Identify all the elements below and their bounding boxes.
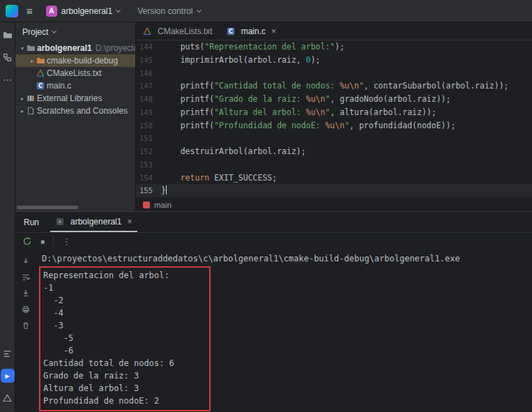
problems-tool-icon[interactable]: [0, 391, 15, 405]
console-line: -6: [43, 344, 205, 357]
console-line: -3: [43, 319, 205, 332]
code-text: printf("Profundidad de nodoE: %u\n", pro…: [161, 119, 455, 132]
chevron-down-icon: [116, 7, 121, 12]
editor-code[interactable]: 144 puts("Representacion del arbol:");14…: [136, 40, 532, 198]
breadcrumb-file-icon: [143, 201, 150, 208]
hamburger-menu-icon[interactable]: ≡: [24, 5, 36, 17]
code-line-148[interactable]: 148 printf("Grado de la raiz: %u\n", gra…: [136, 93, 532, 106]
more-tools-icon[interactable]: ⋯: [0, 73, 15, 86]
strip-bottom-group: ▶: [0, 346, 15, 405]
scroll-to-end-icon[interactable]: [20, 289, 31, 298]
tree-item-label: cmake-build-debug: [47, 56, 118, 66]
line-number: 153: [136, 158, 161, 171]
chevron-right-icon[interactable]: ▸: [28, 58, 36, 64]
chevron-down-icon: [197, 7, 202, 12]
tree-item-label: Scratches and Consoles: [37, 106, 128, 116]
close-tab-icon[interactable]: ×: [127, 217, 132, 227]
code-line-144[interactable]: 144 puts("Representacion del arbol:");: [136, 40, 532, 54]
line-number: 146: [136, 67, 161, 80]
run-tool-window: Run arbolgeneral1 × ■ ⋮: [15, 211, 532, 412]
text-caret: [166, 185, 167, 194]
scratch-icon: [26, 107, 37, 115]
tree-item-cmakelists-txt[interactable]: CMakeLists.txt: [15, 67, 135, 79]
project-panel-title: Project: [22, 27, 48, 37]
code-line-152[interactable]: 152 destruirArbol(arbol.raiz);: [136, 145, 532, 158]
play-icon: ▶: [5, 373, 9, 379]
tab-label: CMakeLists.txt: [158, 26, 213, 36]
workspace: Project ▾arbolgeneral1D:\proyectos\e▸cma…: [15, 22, 532, 412]
chevron-right-icon[interactable]: ▸: [18, 108, 26, 114]
tree-item-label: CMakeLists.txt: [47, 68, 102, 78]
run-config-icon: [56, 218, 66, 226]
vcs-label: Version control: [137, 6, 192, 16]
editor-area: CMakeLists.txt C main.c × 144 puts("Repr…: [136, 22, 532, 211]
line-number: 145: [136, 54, 161, 67]
project-tree: ▾arbolgeneral1D:\proyectos\e▸cmake-build…: [15, 42, 135, 117]
cmake-icon: [36, 69, 47, 77]
console-line: -4: [43, 307, 205, 319]
console-line: Cantidad total de nodos: 6: [43, 357, 205, 369]
run-tab-arbolgeneral1[interactable]: arbolgeneral1 ×: [50, 212, 137, 232]
line-number: 151: [136, 132, 161, 145]
project-widget[interactable]: A arbolgeneral1: [41, 3, 125, 19]
tree-item-label: arbolgeneral1: [37, 43, 92, 53]
code-text: destruirArbol(arbol.raiz);: [161, 145, 306, 158]
tab-cmakelists-txt[interactable]: CMakeLists.txt: [136, 22, 220, 40]
rerun-icon[interactable]: [22, 236, 32, 246]
top-split: Project ▾arbolgeneral1D:\proyectos\e▸cma…: [15, 22, 532, 211]
project-tool-icon[interactable]: [0, 28, 15, 42]
code-line-147[interactable]: 147 printf("Cantidad total de nodos: %u\…: [136, 79, 532, 93]
console-output[interactable]: D:\proyectos\estructuraddedatos\c\arbolg…: [36, 250, 532, 412]
tree-item-external-libraries[interactable]: ▸External Libraries: [15, 92, 135, 105]
project-panel: Project ▾arbolgeneral1D:\proyectos\e▸cma…: [15, 22, 136, 211]
code-line-153[interactable]: 153: [136, 158, 532, 171]
tree-item-cmake-build-debug[interactable]: ▸cmake-build-debug: [15, 54, 135, 67]
code-line-145[interactable]: 145 imprimirArbol(arbol.raiz, 0);: [136, 54, 532, 67]
tree-item-path: D:\proyectos\e: [96, 43, 135, 53]
code-line-151[interactable]: 151: [136, 132, 532, 145]
line-number: 150: [136, 119, 161, 132]
code-line-149[interactable]: 149 printf("Altura del arbol: %u\n", alt…: [136, 106, 532, 119]
console-line: -2: [43, 294, 205, 307]
tab-main-c[interactable]: C main.c ×: [220, 22, 283, 40]
code-text: }: [161, 184, 167, 197]
more-options-icon[interactable]: ⋮: [62, 236, 71, 247]
code-line-154[interactable]: 154 return EXIT_SUCCESS;: [136, 171, 532, 185]
close-tab-icon[interactable]: ×: [271, 26, 276, 36]
code-line-150[interactable]: 150 printf("Profundidad de nodoE: %u\n",…: [136, 119, 532, 132]
run-tab-label: arbolgeneral1: [70, 217, 121, 227]
folder-ex-icon: [36, 56, 47, 65]
horizontal-scrollbar[interactable]: [17, 206, 78, 209]
clear-output-icon[interactable]: [20, 321, 31, 330]
vcs-widget[interactable]: Version control: [137, 6, 200, 16]
tree-item-arbolgeneral1[interactable]: ▾arbolgeneral1D:\proyectos\e: [15, 42, 135, 54]
chevron-down-icon: [52, 29, 56, 33]
console-line: Grado de la raiz: 3: [43, 369, 205, 382]
chevron-down-icon[interactable]: ▾: [18, 45, 26, 52]
breadcrumb-bar: main: [136, 198, 532, 211]
folder-icon: [26, 44, 37, 52]
todo-tool-icon[interactable]: [0, 346, 15, 360]
editor-tab-bar: CMakeLists.txt C main.c ×: [136, 22, 532, 40]
scroll-down-icon[interactable]: [20, 257, 31, 266]
exe-path: D:\proyectos\estructuraddedatos\c\arbolg…: [42, 252, 532, 265]
console-toolbar: [15, 250, 36, 412]
tool-window-strip: ⋯ ▶: [0, 22, 15, 412]
structure-tool-icon[interactable]: [0, 50, 15, 64]
stop-icon[interactable]: ■: [40, 238, 45, 245]
project-panel-header[interactable]: Project: [15, 22, 135, 42]
print-icon[interactable]: [20, 305, 31, 314]
cfile-icon: C: [36, 82, 47, 90]
tree-item-scratches-and-consoles[interactable]: ▸Scratches and Consoles: [15, 105, 135, 117]
toolbar-divider: [53, 236, 54, 246]
run-panel-title[interactable]: Run: [24, 218, 39, 227]
cmake-icon: [143, 27, 153, 36]
soft-wrap-icon[interactable]: [20, 273, 31, 282]
chevron-right-icon[interactable]: ▸: [18, 96, 26, 102]
code-line-146[interactable]: 146: [136, 67, 532, 80]
tree-item-main-c[interactable]: Cmain.c: [15, 79, 135, 92]
breadcrumb-item[interactable]: main: [154, 201, 172, 209]
run-tool-icon[interactable]: ▶: [1, 369, 15, 383]
code-line-155[interactable]: 155}: [136, 184, 532, 197]
project-name: arbolgeneral1: [61, 6, 112, 16]
